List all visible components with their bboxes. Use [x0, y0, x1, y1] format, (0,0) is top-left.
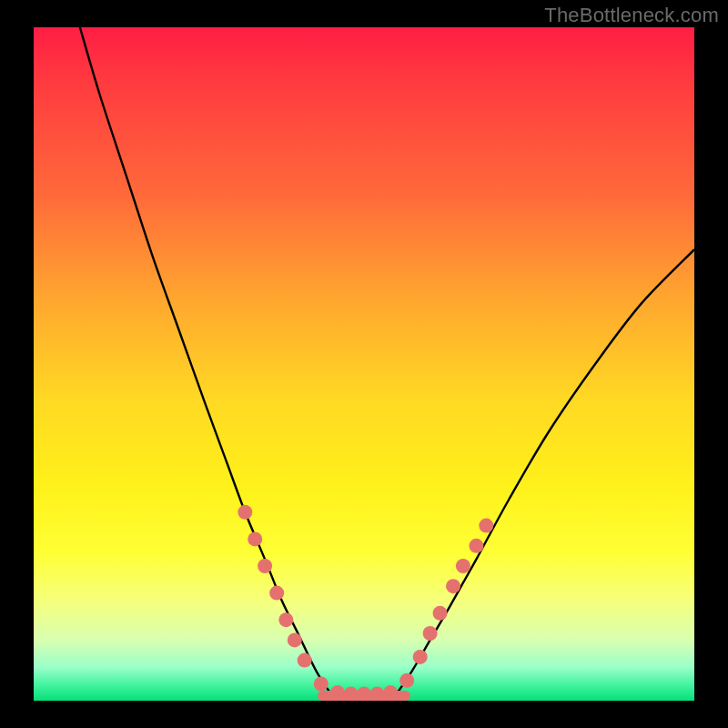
highlight-dot: [278, 612, 293, 627]
highlight-dot: [238, 505, 252, 520]
chart-frame: TheBottleneck.com: [0, 0, 728, 728]
highlight-dot: [432, 606, 447, 621]
highlight-dot: [413, 650, 428, 664]
highlight-dot: [479, 519, 493, 533]
highlight-dot: [269, 586, 284, 601]
highlight-dot: [248, 531, 262, 546]
highlight-dot: [330, 685, 345, 700]
highlight-dot: [423, 626, 438, 641]
chart-svg: [34, 27, 694, 701]
curve-group: [80, 27, 694, 701]
highlight-dot: [469, 539, 483, 553]
highlight-dot: [314, 677, 329, 692]
highlight-dot: [446, 579, 460, 593]
highlight-dot: [357, 687, 371, 701]
highlight-dot: [370, 687, 385, 701]
highlight-dot: [383, 685, 398, 700]
watermark-text: TheBottleneck.com: [544, 4, 719, 27]
v-curve: [80, 27, 694, 701]
highlight-dot: [399, 673, 414, 688]
highlight-dot: [343, 687, 358, 701]
highlight-dot: [258, 559, 272, 573]
plot-area: [34, 27, 694, 701]
highlight-dot: [288, 632, 302, 647]
highlight-dot: [298, 653, 312, 668]
highlight-dot: [456, 559, 470, 573]
markers-group: [238, 505, 493, 701]
